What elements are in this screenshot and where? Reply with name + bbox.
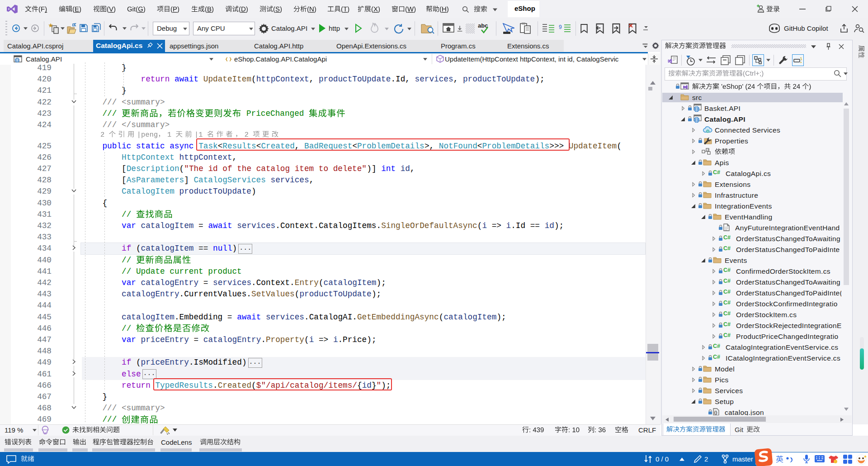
svg-text:9: 9 (559, 24, 562, 30)
svg-text:{}: {} (714, 410, 718, 415)
